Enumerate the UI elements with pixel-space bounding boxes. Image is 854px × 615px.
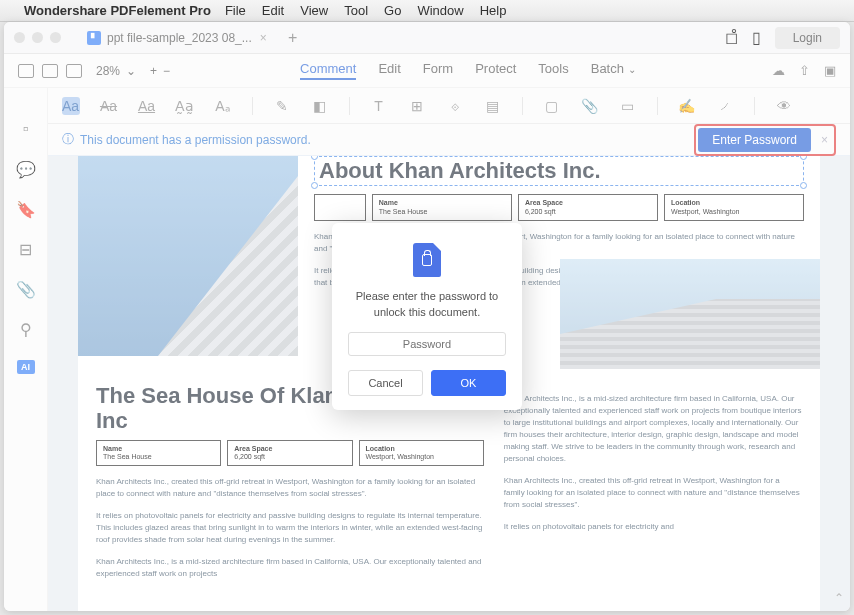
app-window: ▘ ppt file-sample_2023 08_... × + ◻̊ ▯ L… <box>4 22 850 611</box>
ok-button[interactable]: OK <box>431 370 506 396</box>
menu-view[interactable]: View <box>300 3 328 18</box>
menu-tool[interactable]: Tool <box>344 3 368 18</box>
lock-document-icon <box>413 243 441 277</box>
menu-go[interactable]: Go <box>384 3 401 18</box>
menu-edit[interactable]: Edit <box>262 3 284 18</box>
menu-window[interactable]: Window <box>417 3 463 18</box>
menu-help[interactable]: Help <box>480 3 507 18</box>
macos-menubar: Wondershare PDFelement Pro File Edit Vie… <box>0 0 854 22</box>
menu-file[interactable]: File <box>225 3 246 18</box>
cancel-button[interactable]: Cancel <box>348 370 423 396</box>
password-input[interactable] <box>348 332 506 356</box>
modal-overlay: Please enter the password to unlock this… <box>4 22 850 611</box>
password-dialog: Please enter the password to unlock this… <box>332 223 522 410</box>
app-name[interactable]: Wondershare PDFelement Pro <box>24 3 211 18</box>
dialog-message: Please enter the password to unlock this… <box>348 289 506 320</box>
